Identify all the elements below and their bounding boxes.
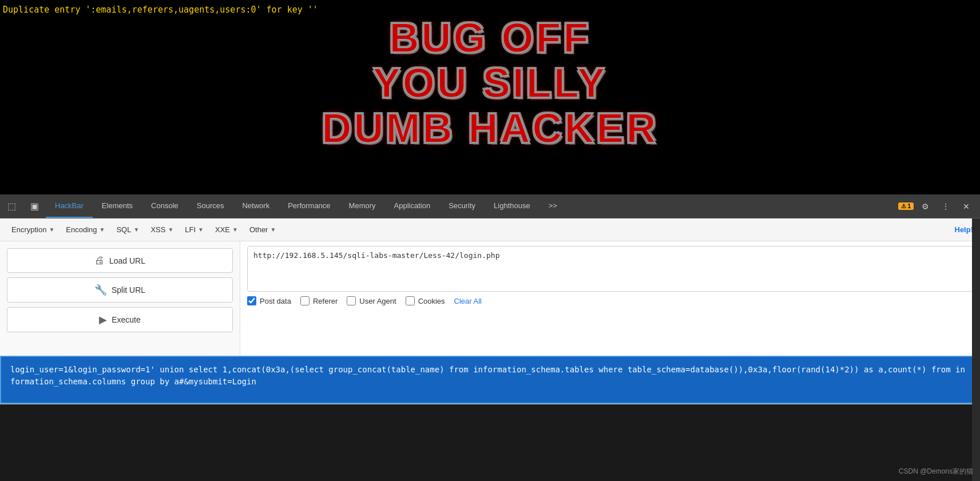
user-agent-checkbox-label[interactable]: User Agent [347, 296, 396, 305]
post-data-label: Post data [260, 297, 291, 305]
hack-line-2: YOU SILLY [322, 61, 658, 106]
cookies-label: Cookies [418, 297, 445, 305]
encoding-arrow-icon: ▼ [100, 226, 105, 233]
tab-console[interactable]: Console [142, 194, 188, 218]
settings-btn[interactable]: ⚙ [916, 197, 934, 216]
xss-arrow-icon: ▼ [168, 226, 173, 233]
menu-xxe-label: XXE [215, 225, 230, 234]
split-url-icon: 🔧 [94, 284, 107, 296]
lfi-arrow-icon: ▼ [198, 226, 204, 233]
right-panel: Post data Referer User Agent Cookies Cle… [240, 241, 980, 356]
tab-application[interactable]: Application [385, 194, 440, 218]
hackbar-main: 🖨 Load URL 🔧 Split URL ▶ Execute Post da… [0, 241, 980, 356]
devtools-tabs: HackBar Elements Console Sources Network… [46, 194, 894, 218]
devtools-bar: ⬚ ▣ HackBar Elements Console Sources Net… [0, 194, 980, 218]
device-icon: ▣ [30, 201, 39, 212]
hack-line-3: DUMB HACKER [322, 106, 658, 152]
split-url-button[interactable]: 🔧 Split URL [7, 277, 233, 303]
menu-encoding-label: Encoding [66, 225, 97, 234]
load-url-icon: 🖨 [94, 255, 105, 267]
warning-badge[interactable]: ⚠ 1 [898, 202, 914, 210]
cookies-checkbox[interactable] [406, 296, 415, 305]
tab-elements[interactable]: Elements [93, 194, 142, 218]
menu-encoding[interactable]: Encoding ▼ [61, 223, 109, 236]
tab-hackbar-label: HackBar [55, 201, 84, 210]
tab-console-label: Console [151, 201, 178, 210]
device-toggle-btn[interactable]: ▣ [23, 194, 46, 218]
more-options-icon: ⋮ [942, 202, 950, 211]
tab-network-label: Network [242, 201, 269, 210]
referer-checkbox-label[interactable]: Referer [300, 296, 338, 305]
checkboxes-row: Post data Referer User Agent Cookies Cle… [247, 292, 973, 308]
webpage-area: Duplicate entry ':emails,referers,uagent… [0, 0, 980, 194]
load-url-label: Load URL [109, 256, 145, 265]
menu-other-label: Other [249, 225, 268, 234]
tab-memory-label: Memory [349, 201, 376, 210]
menu-other[interactable]: Other ▼ [245, 223, 280, 236]
tab-elements-label: Elements [102, 201, 133, 210]
inspect-icon-btn[interactable]: ⬚ [0, 194, 23, 218]
cookies-checkbox-label[interactable]: Cookies [406, 296, 445, 305]
url-input[interactable] [247, 246, 973, 292]
tab-performance-label: Performance [288, 201, 330, 210]
execute-button[interactable]: ▶ Execute [7, 307, 233, 332]
menu-xxe[interactable]: XXE ▼ [211, 223, 243, 236]
menu-encryption-label: Encryption [11, 225, 46, 234]
clear-all-button[interactable]: Clear All [454, 297, 482, 305]
menu-xss-label: XSS [150, 225, 165, 234]
tab-security-label: Security [449, 201, 475, 210]
more-options-btn[interactable]: ⋮ [937, 197, 955, 216]
load-url-button[interactable]: 🖨 Load URL [7, 248, 233, 273]
tab-application-label: Application [394, 201, 431, 210]
left-panel: 🖨 Load URL 🔧 Split URL ▶ Execute [0, 241, 240, 356]
tab-lighthouse-label: Lighthouse [494, 201, 530, 210]
other-arrow-icon: ▼ [270, 226, 276, 233]
post-data-content[interactable]: login_user=1&login_password=1' union sel… [1, 357, 979, 403]
tab-hackbar[interactable]: HackBar [46, 194, 93, 218]
sql-arrow-icon: ▼ [133, 226, 139, 233]
hack-title: BUG OFF YOU SILLY DUMB HACKER [322, 15, 658, 152]
encryption-arrow-icon: ▼ [49, 226, 54, 233]
devtools-right-controls: ⚠ 1 ⚙ ⋮ ✕ [894, 194, 980, 218]
menu-xss[interactable]: XSS ▼ [146, 223, 178, 236]
close-devtools-btn[interactable]: ✕ [957, 197, 975, 216]
tab-lighthouse[interactable]: Lighthouse [485, 194, 539, 218]
tab-more[interactable]: >> [539, 194, 566, 218]
more-tabs-icon: >> [549, 201, 557, 210]
tab-performance[interactable]: Performance [279, 194, 339, 218]
referer-checkbox[interactable] [300, 296, 310, 305]
post-data-checkbox[interactable] [247, 296, 256, 305]
xxe-arrow-icon: ▼ [232, 226, 238, 233]
hack-line-1: BUG OFF [322, 15, 658, 61]
tab-sources-label: Sources [197, 201, 224, 210]
post-data-area: login_user=1&login_password=1' union sel… [0, 356, 980, 404]
execute-icon: ▶ [99, 313, 107, 326]
attribution: CSDN @Demons家的猫 [899, 467, 973, 476]
execute-label: Execute [112, 315, 141, 324]
hackbar-toolbar: Encryption ▼ Encoding ▼ SQL ▼ XSS ▼ LFI … [0, 218, 980, 241]
menu-sql-label: SQL [116, 225, 131, 234]
referer-label: Referer [313, 297, 338, 305]
settings-icon: ⚙ [922, 202, 929, 211]
tab-memory[interactable]: Memory [340, 194, 385, 218]
menu-lfi[interactable]: LFI ▼ [180, 223, 208, 236]
menu-encryption[interactable]: Encryption ▼ [7, 223, 59, 236]
error-message: Duplicate entry ':emails,referers,uagent… [3, 5, 318, 15]
tab-network[interactable]: Network [233, 194, 279, 218]
tab-security[interactable]: Security [439, 194, 485, 218]
help-link[interactable]: Help! [955, 225, 974, 234]
inspect-icon: ⬚ [7, 201, 16, 212]
user-agent-label: User Agent [359, 297, 396, 305]
tab-sources[interactable]: Sources [188, 194, 233, 218]
post-data-checkbox-label[interactable]: Post data [247, 296, 291, 305]
menu-lfi-label: LFI [185, 225, 196, 234]
close-icon: ✕ [963, 202, 970, 211]
menu-sql[interactable]: SQL ▼ [112, 223, 144, 236]
split-url-label: Split URL [112, 285, 145, 295]
hackbar-panel: Encryption ▼ Encoding ▼ SQL ▼ XSS ▼ LFI … [0, 218, 980, 404]
user-agent-checkbox[interactable] [347, 296, 356, 305]
